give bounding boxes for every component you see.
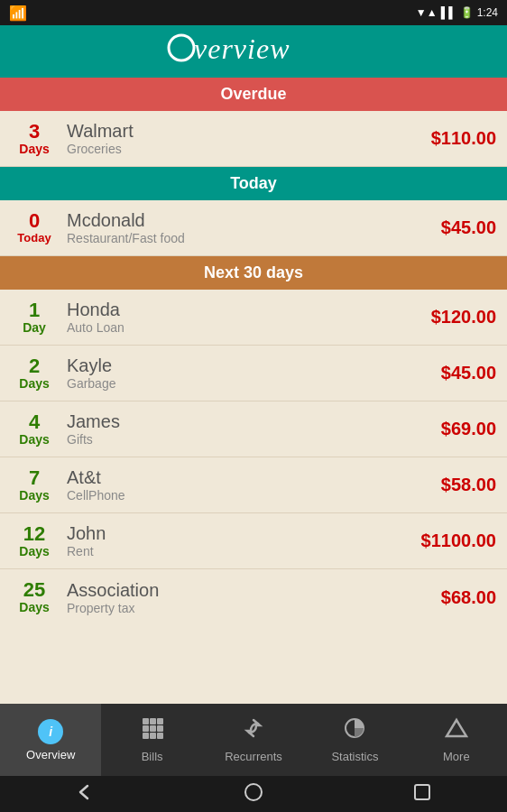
bill-name: Kayle [67,355,441,376]
svg-rect-3 [150,718,156,724]
bill-amount-honda: $120.00 [431,307,496,328]
next30-header: Next 30 days [0,256,507,290]
days-label: Day [11,320,58,335]
triangle-icon [445,716,468,746]
refresh-icon [242,716,265,746]
today-item-mcdonald[interactable]: 0 Today Mcdonald Restaurant/Fast food $4… [0,200,507,256]
info-icon: i [38,719,63,744]
bill-amount-att: $58.00 [441,475,496,495]
tab-bills[interactable]: Bills [101,704,202,776]
status-bar: 📶 ▼▲ ▌▌ 🔋 1:24 [0,0,507,25]
days-number: 1 [11,300,58,320]
bill-category: Groceries [67,142,431,156]
bottom-nav: i Overview Bills [0,704,507,776]
svg-rect-6 [150,725,156,732]
overdue-item-walmart[interactable]: 3 Days Walmart Groceries $110.00 [0,111,507,167]
next30-item-kayle[interactable]: 2 Days Kayle Garbage $45.00 [0,346,507,401]
bill-days-att: 7 Days [11,468,58,503]
recents-button[interactable] [412,782,432,807]
days-number: 2 [11,356,58,376]
wifi-icon: ▼▲ [416,6,438,19]
bill-category: CellPhone [67,488,441,503]
bill-info-mcdonald: Mcdonald Restaurant/Fast food [67,210,441,245]
bill-days-honda: 1 Day [11,300,58,335]
days-number: 7 [11,468,58,488]
bill-category: Gifts [67,432,441,447]
bill-info-james: James Gifts [67,411,441,447]
bill-name: James [67,411,441,432]
bill-name: Mcdonald [67,210,441,231]
tab-statistics-label: Statistics [331,750,378,763]
bill-days-today: 0 Today [11,211,58,245]
svg-rect-7 [157,725,163,732]
svg-marker-12 [447,720,466,736]
bill-days-john: 12 Days [11,524,58,558]
tab-overview-label: Overview [26,748,75,761]
tab-recurrents[interactable]: Recurrents [203,704,304,776]
signal-icon: 📶 [9,5,27,22]
days-label: Days [11,432,58,447]
days-label: Days [11,488,58,503]
back-button[interactable] [75,782,95,807]
bill-category: Auto Loan [67,320,431,335]
bill-info-honda: Honda Auto Loan [67,300,431,335]
next30-item-association[interactable]: 25 Days Association Property tax $68.00 [0,569,507,625]
days-label: Days [11,600,58,614]
days-label: Days [11,544,58,558]
bill-info-kayle: Kayle Garbage [67,355,441,391]
tab-statistics[interactable]: Statistics [304,704,405,776]
signal-bars-icon: ▌▌ [441,6,456,19]
bill-days-james: 4 Days [11,412,58,447]
days-label: Days [11,376,58,391]
svg-rect-14 [415,785,429,799]
svg-rect-5 [143,725,149,732]
bill-amount-mcdonald: $45.00 [441,217,496,238]
main-content: Overdue 3 Days Walmart Groceries $110.00… [0,78,507,704]
home-button[interactable] [244,782,263,807]
bill-days-kayle: 2 Days [11,356,58,391]
bill-amount-kayle: $45.00 [441,363,496,383]
days-number: 25 [11,580,58,600]
bill-amount-james: $69.00 [441,419,496,439]
bill-info-att: At&t CellPhone [67,467,441,503]
bill-category: Rent [67,544,421,558]
svg-rect-2 [143,718,149,724]
grid-icon [141,716,164,746]
next30-item-john[interactable]: 12 Days John Rent $1100.00 [0,513,507,569]
today-header: Today [0,167,507,200]
bill-info-association: Association Property tax [67,580,441,615]
bill-info-john: John Rent [67,523,421,558]
svg-rect-9 [150,733,156,739]
next30-item-james[interactable]: 4 Days James Gifts $69.00 [0,401,507,457]
bill-category: Garbage [67,376,441,391]
bill-category: Property tax [67,601,441,615]
days-number: 3 [11,122,58,142]
app-title: verview [163,28,344,76]
bill-amount-walmart: $110.00 [431,128,496,149]
bill-name: John [67,523,421,544]
time-display: 1:24 [477,6,498,19]
tab-overview[interactable]: i Overview [0,704,101,776]
tab-recurrents-label: Recurrents [225,750,282,763]
tab-bills-label: Bills [142,750,163,763]
days-number: 4 [11,412,58,432]
bill-name: At&t [67,467,441,488]
tab-more[interactable]: More [406,704,507,776]
days-label: Days [11,142,58,156]
android-nav [0,776,507,812]
svg-rect-8 [143,733,149,739]
pie-chart-icon [343,716,366,746]
svg-point-13 [245,784,262,800]
days-label: Today [11,231,58,245]
svg-text:verview: verview [194,32,290,65]
days-number: 12 [11,524,58,544]
svg-rect-10 [157,733,163,739]
svg-point-0 [169,35,194,60]
next30-item-honda[interactable]: 1 Day Honda Auto Loan $120.00 [0,290,507,346]
tab-more-label: More [443,750,470,763]
bill-info-walmart: Walmart Groceries [67,121,431,156]
bill-category: Restaurant/Fast food [67,231,441,245]
next30-item-att[interactable]: 7 Days At&t CellPhone $58.00 [0,457,507,513]
bill-amount-john: $1100.00 [421,531,496,551]
bill-days-association: 25 Days [11,580,58,614]
